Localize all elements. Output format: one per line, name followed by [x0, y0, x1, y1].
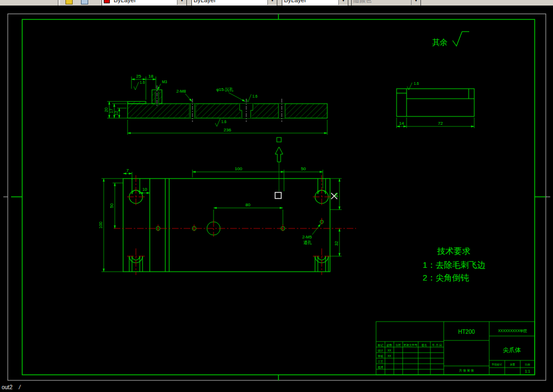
dim-14: 14 [399, 121, 404, 126]
section-view: 25 18 1.6 M3 2-M8 φ15-沉孔 1.6 1.6 236 20 … [104, 74, 327, 135]
plan-holes [156, 220, 324, 235]
drawing-frame [11, 14, 546, 380]
dim-72: 72 [438, 121, 443, 126]
thread-m3: M3 [162, 80, 167, 84]
plan-outline [123, 179, 330, 272]
toolbar-separator [58, 0, 60, 6]
plan-slots [129, 179, 328, 272]
dim-34: 34 [334, 193, 339, 197]
tb-design-val: XX [388, 349, 392, 352]
tb-material: HT200 [458, 329, 475, 335]
dim-50-top: 50 [301, 166, 306, 171]
tech-req-title: 技术要求 [437, 246, 470, 256]
paper-border [3, 14, 550, 380]
note-qiyu: 其余 [432, 38, 448, 47]
surface-finish-icon [453, 32, 469, 46]
chevron-down-icon: ▾ [411, 0, 420, 5]
tb-company: XXXXXXXXX学院 [498, 329, 527, 333]
tb-row-zone: 分区 [395, 343, 401, 347]
tb-weight: 质量 [510, 363, 516, 366]
tb-design: 设计 [377, 349, 383, 352]
technical-requirements: 技术要求 1：去除毛刺飞边 2：尖角倒钝 [423, 246, 485, 282]
chevron-down-icon[interactable]: ▾ [338, 0, 348, 5]
note-2m8: 2-M8 [176, 89, 186, 94]
tab-divider: / [19, 384, 21, 391]
dim-50-left: 50 [109, 203, 114, 208]
tb-scale-value: 1:1 [525, 369, 530, 373]
tb-stage: 阶段标记 [492, 363, 503, 366]
roughness-1: 1.6 [140, 80, 145, 84]
section-body [128, 104, 327, 118]
tb-scale-label: 比例 [525, 363, 531, 366]
tb-row-date: 年.月.日 [432, 343, 442, 347]
side-view: 14 72 1.6 [397, 82, 474, 128]
drawing-area[interactable]: 其余 [0, 6, 553, 384]
dim-100-left: 100 [98, 222, 103, 229]
dim-18: 18 [149, 74, 154, 79]
plotstyle-value: 随颜色 [352, 0, 411, 4]
linetype-value: ByLayer [192, 0, 267, 3]
dim-20: 20 [104, 108, 109, 112]
tb-part-name: 尖爪体 [503, 347, 521, 353]
layout-tab[interactable]: out2 [2, 384, 12, 391]
tb-approve: 批准 [378, 365, 383, 369]
cad-application-window: ByLayer ▾ ByLayer ▾ ByLayer ▾ 随颜色 ▾ [0, 0, 553, 392]
roughness-2: 1.6 [252, 94, 257, 98]
dim-80: 80 [246, 202, 251, 207]
layer-tool-icon [65, 0, 73, 4]
tb-row-count: 处数 [387, 343, 392, 347]
dim-236: 236 [224, 128, 231, 133]
color-value: ByLayer [112, 0, 177, 3]
tb-process: 工艺 [378, 360, 383, 363]
section-lip [128, 101, 146, 104]
tech-req-item2: 2：尖角倒钝 [423, 273, 469, 282]
roughness-3: 1.6 [221, 120, 226, 124]
drawing-canvas[interactable]: 其余 [0, 6, 553, 384]
tb-check: 审核 [378, 354, 383, 358]
tech-req-item1: 1：去除毛刺飞边 [423, 260, 485, 269]
section-arrow-symbol [275, 138, 283, 191]
section-plane-marker [275, 192, 281, 198]
tb-sheets: 共 张 第 张 [459, 369, 474, 373]
plan-dim-lines [102, 170, 342, 272]
side-view-dim-lines [397, 83, 474, 128]
chevron-down-icon[interactable]: ▾ [267, 0, 277, 5]
dim-12: 12 [114, 111, 119, 115]
side-view-outline [397, 89, 474, 116]
dim-32: 32 [334, 241, 339, 246]
dim-100-top: 100 [235, 166, 242, 171]
layout-tab-bar: out2 / [0, 384, 553, 392]
title-block: HT200 XXXXXXXXX学院 尖爪体 标记 处数 分区 更改文件号 签名 … [376, 322, 535, 375]
dim-7: 7 [126, 168, 129, 173]
color-swatch [104, 0, 110, 3]
dim-17: 17 [109, 109, 114, 113]
dim-10: 10 [143, 187, 147, 192]
lineweight-value: ByLayer [282, 0, 338, 3]
chevron-down-icon[interactable]: ▾ [177, 0, 186, 5]
general-roughness-note: 其余 [432, 32, 469, 47]
tb-row-mark: 标记 [377, 343, 383, 347]
note-through-hole: 通孔 [303, 240, 312, 245]
plan-view: 7 100 50 10 80 50 100 34 32 2-M5 通孔 [98, 166, 356, 275]
tb-row-change: 更改文件号 [404, 343, 418, 347]
note-2m5: 2-M5 [302, 235, 312, 240]
tb-row-sign: 签名 [422, 343, 427, 347]
note-counterbore: φ15-沉孔 [216, 87, 234, 92]
tb-check-val: XX [388, 354, 392, 358]
roughness-side: 1.6 [414, 82, 419, 85]
dim-25: 25 [136, 74, 141, 79]
layers-icon [81, 0, 88, 4]
